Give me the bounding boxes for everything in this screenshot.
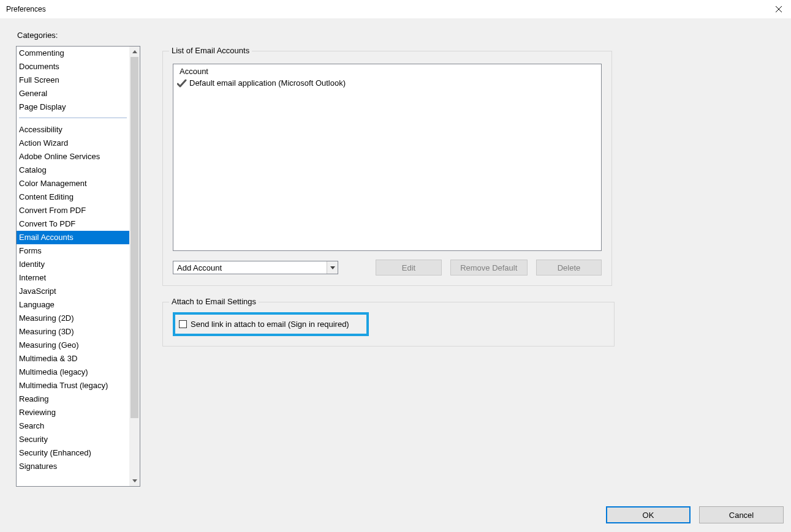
email-accounts-groupbox-label: List of Email Accounts — [169, 46, 252, 55]
category-item[interactable]: General — [17, 87, 129, 100]
cancel-button[interactable]: Cancel — [699, 506, 784, 523]
category-item[interactable]: Convert From PDF — [17, 204, 129, 217]
categories-listbox[interactable]: CommentingDocumentsFull ScreenGeneralPag… — [16, 46, 140, 487]
category-item[interactable]: Identity — [17, 258, 129, 271]
category-item[interactable]: Measuring (Geo) — [17, 339, 129, 352]
checkmark-icon — [177, 79, 187, 88]
category-item[interactable]: Accessibility — [17, 123, 129, 137]
category-item[interactable]: Security — [17, 433, 129, 446]
category-item[interactable]: Signatures — [17, 460, 129, 473]
remove-default-button[interactable]: Remove Default — [450, 260, 528, 275]
category-item[interactable]: Reviewing — [17, 406, 129, 419]
attach-settings-label: Attach to Email Settings — [169, 297, 259, 306]
scroll-thumb[interactable] — [131, 57, 138, 418]
add-account-dropdown-button[interactable] — [327, 261, 338, 274]
category-item[interactable]: Measuring (2D) — [17, 312, 129, 325]
category-item[interactable]: Email Accounts — [17, 231, 129, 244]
email-accounts-pane: List of Email Accounts Account Default e… — [162, 46, 616, 347]
category-item[interactable]: Convert To PDF — [17, 217, 129, 231]
category-item[interactable]: Multimedia (legacy) — [17, 365, 129, 379]
category-item[interactable]: Multimedia & 3D — [17, 352, 129, 365]
account-entry-label: Default email application (Microsoft Out… — [189, 78, 346, 88]
send-link-checkbox[interactable] — [179, 320, 187, 328]
svg-marker-4 — [330, 266, 335, 269]
category-item[interactable]: Action Wizard — [17, 137, 129, 150]
category-item[interactable]: Commenting — [17, 47, 129, 60]
svg-marker-3 — [132, 479, 137, 482]
category-item[interactable]: Catalog — [17, 163, 129, 177]
scroll-up-arrow[interactable] — [129, 47, 140, 57]
send-link-checkbox-label: Send link in attach to email (Sign in re… — [191, 320, 349, 329]
category-item[interactable]: Forms — [17, 244, 129, 258]
category-item[interactable]: Internet — [17, 271, 129, 285]
categories-scrollbar[interactable] — [129, 47, 140, 486]
category-item[interactable]: Search — [17, 419, 129, 433]
category-item[interactable]: Color Management — [17, 177, 129, 190]
content-area: Categories: CommentingDocumentsFull Scre… — [0, 18, 791, 532]
category-item[interactable]: Adobe Online Services — [17, 150, 129, 163]
delete-button[interactable]: Delete — [536, 260, 602, 275]
category-item[interactable]: Page Display — [17, 100, 129, 114]
category-item[interactable]: Language — [17, 298, 129, 312]
attach-settings-groupbox: Attach to Email Settings Send link in at… — [162, 302, 615, 347]
email-accounts-table[interactable]: Account Default email application (Micro… — [173, 64, 602, 251]
category-item[interactable]: Documents — [17, 60, 129, 73]
edit-button[interactable]: Edit — [376, 260, 441, 275]
email-accounts-groupbox: List of Email Accounts Account Default e… — [162, 51, 612, 286]
category-item[interactable]: Content Editing — [17, 190, 129, 204]
category-item[interactable]: Measuring (3D) — [17, 325, 129, 339]
table-row[interactable]: Default email application (Microsoft Out… — [173, 77, 601, 89]
category-item[interactable]: Multimedia Trust (legacy) — [17, 379, 129, 392]
categories-label: Categories: — [17, 31, 785, 40]
category-divider — [19, 118, 127, 118]
account-column-header[interactable]: Account — [173, 64, 601, 77]
dialog-buttons: OK Cancel — [606, 506, 784, 523]
category-item[interactable]: Reading — [17, 392, 129, 406]
category-item[interactable]: Full Screen — [17, 73, 129, 87]
titlebar: Preferences — [0, 0, 791, 18]
window-title: Preferences — [5, 5, 46, 13]
category-item[interactable]: JavaScript — [17, 285, 129, 298]
ok-button[interactable]: OK — [606, 506, 691, 523]
close-icon — [776, 6, 782, 12]
chevron-down-icon — [330, 266, 335, 269]
category-item[interactable]: Security (Enhanced) — [17, 446, 129, 460]
add-account-dropdown[interactable]: Add Account — [173, 261, 338, 274]
add-account-label: Add Account — [173, 261, 327, 274]
scroll-down-arrow[interactable] — [129, 476, 140, 486]
send-link-highlight: Send link in attach to email (Sign in re… — [173, 312, 369, 336]
svg-marker-2 — [132, 50, 137, 53]
close-button[interactable] — [771, 2, 786, 17]
